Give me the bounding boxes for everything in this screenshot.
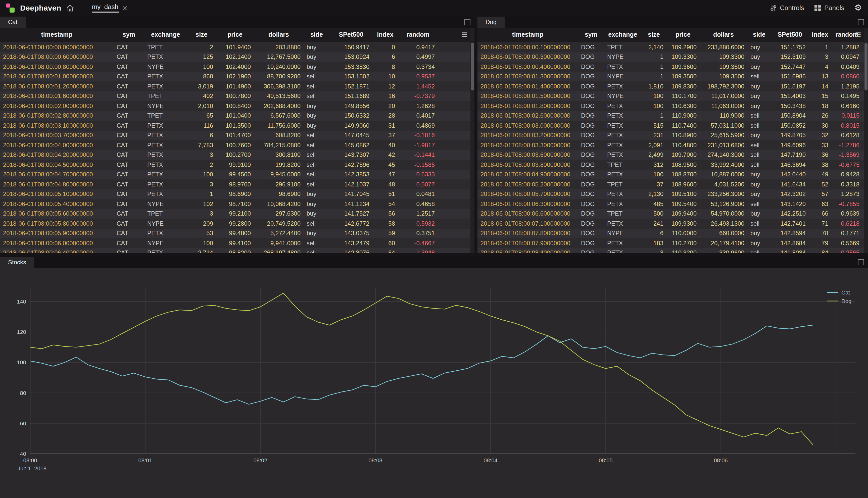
table-row[interactable]: 2018-06-01T08:00:05.600000000CATTPET399.… xyxy=(0,209,474,219)
table-row[interactable]: 2018-06-01T08:00:05.700000000DOGPETX2,13… xyxy=(477,189,868,199)
gear-icon[interactable]: ⚙ xyxy=(854,3,862,12)
table-row[interactable]: 2018-06-01T08:00:05.400000000CATNYPE1029… xyxy=(0,199,474,209)
table-row[interactable]: 2018-06-01T08:00:03.600000000DOGPETX2,49… xyxy=(477,150,868,160)
table-row[interactable]: 2018-06-01T08:00:01.000000000CATPETX8681… xyxy=(0,71,474,81)
table-row[interactable]: 2018-06-01T08:00:05.200000000DOGTPET3710… xyxy=(477,180,868,189)
dashboard-tab[interactable]: my_dash × xyxy=(92,3,128,13)
column-header-dollars[interactable]: dollars xyxy=(700,31,747,38)
table-row[interactable]: 2018-06-01T08:00:00.000000000CATTPET2101… xyxy=(0,42,474,52)
legend-item-cat[interactable]: Cat xyxy=(841,289,850,296)
cell-index: 32 xyxy=(809,132,831,139)
table-row[interactable]: 2018-06-01T08:00:08.400000000DOGPETX3110… xyxy=(477,248,868,253)
close-icon[interactable]: × xyxy=(122,4,128,11)
table-row[interactable]: 2018-06-01T08:00:01.400000000DOGPETX1,81… xyxy=(477,81,868,91)
table-row[interactable]: 2018-06-01T08:00:04.500000000CATPETX299.… xyxy=(0,160,474,170)
stocks-chart[interactable]: 40608010012014008:0008:0108:0208:0308:04… xyxy=(0,268,868,498)
app-title: Deephaven xyxy=(20,3,61,12)
table-row[interactable]: 2018-06-01T08:00:00.100000000DOGTPET2,14… xyxy=(477,42,868,52)
table-row[interactable]: 2018-06-01T08:00:04.800000000CATPETX398.… xyxy=(0,180,474,189)
dog-scrollbar-thumb[interactable] xyxy=(865,43,868,90)
tab-dog[interactable]: Dog xyxy=(477,16,504,28)
table-row[interactable]: 2018-06-01T08:00:02.000000000CATNYPE2,01… xyxy=(0,101,474,111)
dog-scrollbar[interactable] xyxy=(864,28,868,253)
column-header-sym[interactable]: sym xyxy=(114,31,144,38)
table-row[interactable]: 2018-06-01T08:00:04.700000000CATPETX1009… xyxy=(0,170,474,180)
table-row[interactable]: 2018-06-01T08:00:01.200000000CATPETX3,01… xyxy=(0,81,474,91)
column-header-side[interactable]: side xyxy=(304,31,330,38)
table-row[interactable]: 2018-06-01T08:00:05.100000000CATPETX198.… xyxy=(0,189,474,199)
table-row[interactable]: 2018-06-01T08:00:00.300000000DOGNYPE1109… xyxy=(477,52,868,62)
cell-dollars: 296.9100 xyxy=(254,181,304,188)
table-row[interactable]: 2018-06-01T08:00:03.100000000CATPETX1161… xyxy=(0,121,474,130)
tab-cat[interactable]: Cat xyxy=(0,16,25,28)
table-row[interactable]: 2018-06-01T08:00:07.900000000DOGPETX1831… xyxy=(477,238,868,248)
column-header-spet500[interactable]: SPet500 xyxy=(330,31,372,38)
table-row[interactable]: 2018-06-01T08:00:00.400000000DOGPETX1109… xyxy=(477,62,868,71)
column-header-price[interactable]: price xyxy=(667,31,700,38)
maximize-icon[interactable] xyxy=(858,19,864,25)
cell-dollars: 26,493.1300 xyxy=(700,220,747,227)
table-row[interactable]: 2018-06-01T08:00:00.800000000CATNYPE1001… xyxy=(0,62,474,71)
home-icon[interactable] xyxy=(66,4,74,11)
cell-exchange: NYPE xyxy=(144,200,187,208)
column-header-index[interactable]: index xyxy=(372,31,398,38)
maximize-icon[interactable] xyxy=(858,259,864,265)
column-header-dollars[interactable]: dollars xyxy=(254,31,304,38)
table-menu-icon[interactable]: ≡ xyxy=(855,29,862,40)
controls-button[interactable]: Controls xyxy=(769,4,804,12)
cell-size: 102 xyxy=(187,200,216,208)
tab-stocks[interactable]: Stocks xyxy=(0,257,34,268)
cell-index: 26 xyxy=(809,112,831,119)
table-row[interactable]: 2018-06-01T08:00:02.800000000CATTPET6510… xyxy=(0,111,474,121)
legend-item-dog[interactable]: Dog xyxy=(841,298,852,304)
cell-exchange: PETX xyxy=(144,171,187,178)
cell-price: 102.1400 xyxy=(216,53,254,61)
table-row[interactable]: 2018-06-01T08:00:03.800000000DOGTPET3121… xyxy=(477,160,868,170)
table-row[interactable]: 2018-06-01T08:00:05.900000000CATPETX5399… xyxy=(0,228,474,238)
table-row[interactable]: 2018-06-01T08:00:02.600000000DOGPETX1110… xyxy=(477,111,868,121)
column-header-size[interactable]: size xyxy=(187,31,216,38)
column-header-spet500[interactable]: SPet500 xyxy=(771,31,809,38)
cell-dollars: 98.6900 xyxy=(254,191,304,198)
cat-scrollbar-thumb[interactable] xyxy=(471,43,474,90)
table-row[interactable]: 2018-06-01T08:00:06.600000000DOGTPET5001… xyxy=(477,209,868,219)
table-row[interactable]: 2018-06-01T08:00:04.900000000DOGPETX1001… xyxy=(477,170,868,180)
cell-spet500: 142.7401 xyxy=(771,220,809,227)
table-row[interactable]: 2018-06-01T08:00:07.800000000DOGNYPE6110… xyxy=(477,228,868,238)
table-row[interactable]: 2018-06-01T08:00:06.300000000DOGPETX4851… xyxy=(477,199,868,209)
cat-scrollbar[interactable] xyxy=(471,28,474,253)
column-header-price[interactable]: price xyxy=(216,31,254,38)
cell-index: 79 xyxy=(809,240,831,247)
table-row[interactable]: 2018-06-01T08:00:06.400000000CATPETX2,71… xyxy=(0,248,474,253)
cell-price: 109.9400 xyxy=(667,210,700,217)
table-row[interactable]: 2018-06-01T08:00:07.100000000DOGPETX2411… xyxy=(477,219,868,228)
table-row[interactable]: 2018-06-01T08:00:03.200000000DOGPETX2311… xyxy=(477,130,868,140)
column-header-timestamp[interactable]: timestamp xyxy=(0,31,114,38)
table-row[interactable]: 2018-06-01T08:00:03.300000000DOGPETX2,09… xyxy=(477,140,868,150)
panels-button[interactable]: Panels xyxy=(814,4,844,12)
table-row[interactable]: 2018-06-01T08:00:05.800000000CATNYPE2099… xyxy=(0,219,474,228)
table-row[interactable]: 2018-06-01T08:00:03.000000000DOGPETX5151… xyxy=(477,121,868,130)
table-row[interactable]: 2018-06-01T08:00:03.700000000CATPETX6101… xyxy=(0,130,474,140)
column-header-timestamp[interactable]: timestamp xyxy=(477,31,578,38)
cell-side: buy xyxy=(304,122,330,129)
column-header-exchange[interactable]: exchange xyxy=(144,31,187,38)
table-row[interactable]: 2018-06-01T08:00:01.800000000DOGPETX1001… xyxy=(477,101,868,111)
table-row[interactable]: 2018-06-01T08:00:04.200000000CATPETX3100… xyxy=(0,150,474,160)
cell-dollars: 4,031.5200 xyxy=(700,181,747,188)
column-header-random[interactable]: random xyxy=(398,31,438,38)
table-menu-icon[interactable]: ≡ xyxy=(461,29,468,40)
column-header-size[interactable]: size xyxy=(641,31,667,38)
table-row[interactable]: 2018-06-01T08:00:00.600000000CATPETX1251… xyxy=(0,52,474,62)
table-row[interactable]: 2018-06-01T08:00:04.000000000CATPETX7,78… xyxy=(0,140,474,150)
column-header-sym[interactable]: sym xyxy=(578,31,604,38)
table-row[interactable]: 2018-06-01T08:00:01.500000000DOGNYPE1001… xyxy=(477,91,868,101)
table-row[interactable]: 2018-06-01T08:00:01.600000000CATTPET4021… xyxy=(0,91,474,101)
table-row[interactable]: 2018-06-01T08:00:06.000000000CATNYPE1009… xyxy=(0,238,474,248)
column-header-side[interactable]: side xyxy=(747,31,771,38)
maximize-icon[interactable] xyxy=(464,19,471,25)
cell-price: 109.2900 xyxy=(667,44,700,51)
column-header-exchange[interactable]: exchange xyxy=(604,31,641,38)
table-row[interactable]: 2018-06-01T08:00:01.300000000DOGNYPE1109… xyxy=(477,71,868,81)
column-header-index[interactable]: index xyxy=(809,31,831,38)
